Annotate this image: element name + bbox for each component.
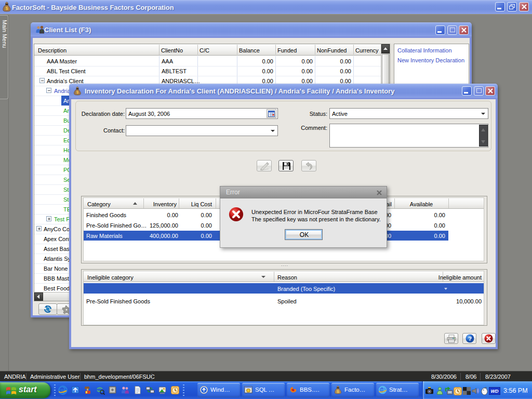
- svg-text:$: $: [5, 6, 8, 11]
- svg-text:$: $: [76, 90, 79, 95]
- svg-text:?: ?: [468, 336, 472, 342]
- svg-text:WD: WD: [491, 389, 499, 394]
